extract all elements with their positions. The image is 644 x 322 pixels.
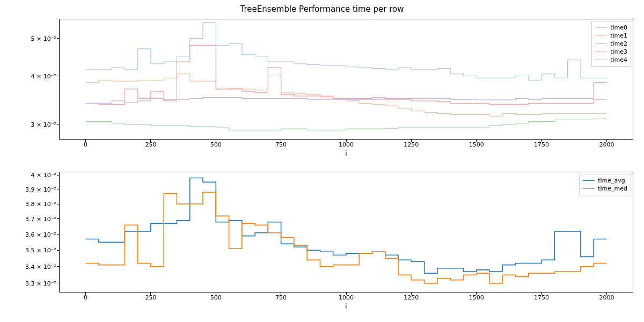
ytick-label: 3.7 × 10⁻² [25,215,60,222]
legend-label: time0 [610,24,627,32]
legend-entry-time_avg: time_avg [583,177,627,185]
legend-swatch-time0 [595,27,607,28]
series-time_med [86,192,607,283]
legend-swatch-time3 [595,52,607,52]
legend-swatch-time2 [595,43,607,44]
ytick-label: 3.3 × 10⁻² [25,280,60,287]
legend-label: time4 [610,56,627,64]
plot-top [60,19,633,139]
figure-title: TreeEnsemble Performance time per row [0,4,644,14]
axes-top: time0time1time2time3time4 i 3 × 10⁻²4 × … [59,19,633,140]
series-time0 [86,23,607,80]
legend-entry-time4: time4 [595,56,627,64]
legend-label: time2 [610,40,627,48]
legend-label: time_med [598,185,627,193]
legend-entry-time_med: time_med [583,185,627,193]
legend-swatch-time_avg [583,180,595,181]
legend-swatch-time_med [583,188,595,189]
ytick-label: 3.5 × 10⁻² [25,247,60,254]
legend-bottom: time_avgtime_med [579,174,631,195]
figure: TreeEnsemble Performance time per row ti… [0,0,644,322]
legend-label: time_avg [598,177,625,185]
series-time3 [86,45,607,104]
plot-bottom [60,172,633,292]
legend-entry-time1: time1 [595,32,627,40]
series-time2 [86,119,607,130]
legend-label: time1 [610,32,627,40]
ytick-label: 3.4 × 10⁻² [25,263,60,270]
ytick-label: 4 × 10⁻² [31,72,60,79]
legend-swatch-time1 [595,35,607,36]
ytick-label: 3 × 10⁻² [31,121,60,128]
ytick-label: 5 × 10⁻² [31,35,60,42]
ytick-label: 3.9 × 10⁻² [25,186,60,193]
legend-top: time0time1time2time3time4 [591,21,631,67]
ytick-label: 4 × 10⁻² [31,172,60,179]
ytick-label: 3.6 × 10⁻² [25,231,60,238]
legend-entry-time2: time2 [595,40,627,48]
ytick-label: 3.8 × 10⁻² [25,201,60,208]
legend-entry-time3: time3 [595,48,627,56]
axes-bottom: time_avgtime_med i 3.3 × 10⁻²3.4 × 10⁻²3… [59,172,633,292]
legend-label: time3 [610,48,627,56]
legend-entry-time0: time0 [595,24,627,32]
legend-swatch-time4 [595,60,607,60]
